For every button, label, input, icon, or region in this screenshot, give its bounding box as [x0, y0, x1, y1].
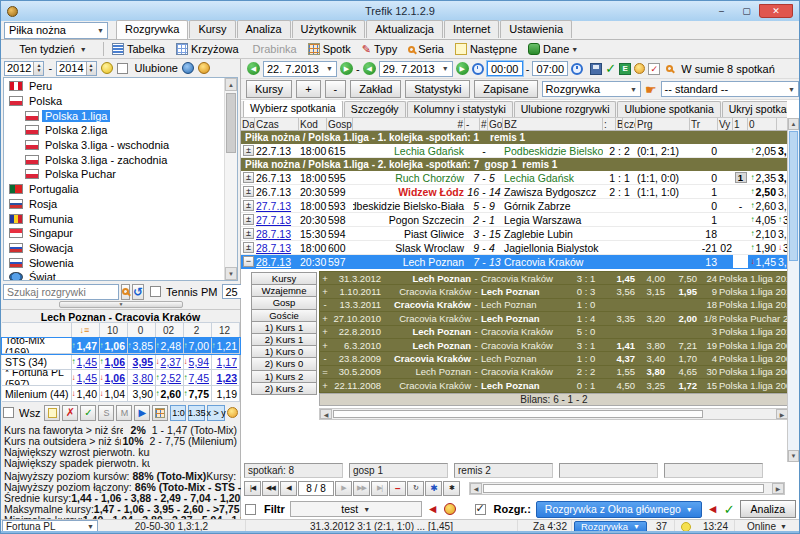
bulb-icon[interactable]	[227, 407, 238, 418]
calendar-check-icon[interactable]: ✓	[648, 63, 660, 75]
pointing-hand-icon[interactable]: ☛	[645, 82, 657, 97]
match-row[interactable]: ±26.7.1318:00595Ruch Chorzów7-5Lechia Gd…	[241, 171, 789, 185]
tab-ustawienia[interactable]: Ustawienia	[500, 20, 572, 38]
bookmaker-label[interactable]: STS (34)	[2, 354, 72, 369]
play-button[interactable]: ▶	[134, 405, 150, 421]
history-row[interactable]: +27.10.2010Cracovia Kraków-Lech Poznan1 …	[320, 312, 788, 325]
scrollbar-thumb[interactable]	[789, 131, 798, 261]
odds-column-12[interactable]: 12	[212, 323, 240, 337]
refresh-button[interactable]: ↻	[407, 481, 424, 496]
first-record-button[interactable]: |◀	[244, 481, 261, 496]
odds-value[interactable]: 3,95	[128, 354, 156, 369]
ratio-button[interactable]: 1:0	[170, 405, 186, 421]
odds-value[interactable]: 1,19	[212, 386, 240, 401]
odds-value[interactable]: ↓1,40	[72, 386, 100, 401]
match-row[interactable]: ±26.7.1320:30599Widzew Łódz16-14Zawisza …	[241, 185, 789, 199]
expand-button[interactable]: ±	[243, 200, 254, 211]
tree-item-polska[interactable]: Polska	[4, 94, 237, 109]
next-page-button[interactable]: ▶▶	[353, 481, 370, 496]
alarm-icon[interactable]	[444, 503, 456, 515]
analiza-button[interactable]: Analiza	[740, 500, 796, 518]
zak-ad-button[interactable]: Zakład	[350, 80, 401, 98]
rozgr-checkbox[interactable]	[475, 504, 486, 515]
match-row[interactable]: ±28.7.1315:30594Piast Gliwice3-15Zaglebi…	[241, 227, 789, 241]
column-header-vy[interactable]: Vy	[718, 118, 733, 130]
spinner-arrows-icon[interactable]: ▲▼	[33, 62, 43, 75]
tree-item-wiat[interactable]: Świat	[4, 270, 237, 281]
close-button[interactable]: ✕	[759, 4, 793, 18]
spotk-button[interactable]: Spotk	[308, 43, 351, 55]
krzy-owa-button[interactable]: Krzyżowa	[176, 43, 239, 55]
history-tab-2-kurs-2[interactable]: 2) Kurs 2	[251, 382, 317, 395]
favorites-checkbox[interactable]	[117, 63, 128, 74]
delete-record-button[interactable]: −	[389, 481, 406, 496]
expand-button[interactable]: ±	[243, 214, 254, 225]
date-to-prev-button[interactable]: ◀	[363, 62, 376, 75]
scrollbar-thumb[interactable]	[226, 93, 236, 153]
next-record-button[interactable]: ▶	[335, 481, 352, 496]
history-row[interactable]: +31.3.2012Lech Poznan-Cracovia Kraków3 :…	[320, 272, 788, 285]
bookmaker-label[interactable]: * Fortuna PL (597)	[2, 370, 72, 385]
time-to-input[interactable]: 07:00	[532, 61, 568, 76]
statystyki-button[interactable]: Statystyki	[405, 80, 470, 98]
search-input[interactable]	[3, 284, 119, 300]
rozgrywka-window-select[interactable]: Rozgrywka z Okna głównego ▼	[536, 501, 702, 518]
odds-value[interactable]: ↑7,75	[184, 386, 212, 401]
scroll-left-icon[interactable]: ◀	[320, 409, 332, 419]
tree-item-singapur[interactable]: Singapur	[4, 226, 237, 241]
tab-kursy[interactable]: Kursy	[189, 20, 235, 38]
scroll-left-icon[interactable]: ◀	[470, 483, 482, 494]
tab-analiza[interactable]: Analiza	[237, 20, 291, 38]
apply-arrow-icon[interactable]: ◄	[707, 502, 719, 516]
history-row[interactable]: =30.5.2009Lech Poznan-Cracovia Kraków2 :…	[320, 366, 788, 379]
history-row[interactable]: +22.8.2010Lech Poznan-Cracovia Kraków5 :…	[320, 326, 788, 339]
filter-preset-select[interactable]: test ▼	[290, 501, 422, 517]
odds-value[interactable]: ↓5,94	[184, 354, 212, 369]
standard-select[interactable]: -- standard -- ▼	[661, 81, 799, 97]
column-header-cz-ci[interactable]: części	[623, 118, 636, 130]
odds-column-2[interactable]: 2	[184, 323, 212, 337]
odds-column-02[interactable]: 02	[156, 323, 184, 337]
expand-button[interactable]: −	[243, 256, 254, 267]
subtab-ukryj-spotkania[interactable]: Ukryj spotkania	[722, 101, 787, 117]
subtab-kolumny-i-statystyki[interactable]: Kolumny i statystyki	[407, 101, 513, 117]
odds-value[interactable]: ↑1,06	[100, 354, 128, 369]
splitter-handle[interactable]: ▼	[59, 301, 183, 308]
odds-value[interactable]: ↓2,37	[156, 354, 184, 369]
odds-value[interactable]: ↑1,47	[72, 338, 100, 353]
column-header-kod[interactable]: Kod	[299, 118, 327, 130]
scrollbar-thumb[interactable]	[483, 484, 764, 493]
tree-item-rosja[interactable]: Rosja	[4, 197, 237, 212]
tree-item-s-owacja[interactable]: Słowacja	[4, 241, 237, 256]
tree-item-s-owenia[interactable]: Słowenia	[4, 255, 237, 270]
history-row[interactable]: -13.3.2011Cracovia Kraków-Lech Poznan1 :…	[320, 299, 788, 312]
history-row[interactable]: +1.10.2011Cracovia Kraków-Lech Poznan0 :…	[320, 285, 788, 298]
navigator-scrollbar[interactable]: ◀ ▶	[469, 482, 785, 495]
apply-check-icon[interactable]: ✓	[605, 62, 616, 75]
bookmaker-select[interactable]: Fortuna PL ▼	[2, 520, 98, 533]
coins-icon[interactable]	[198, 62, 210, 74]
scroll-up-icon[interactable]: ▲	[225, 78, 237, 91]
date-to-select[interactable]: 29. 7.2013 ▼	[379, 61, 453, 77]
delete-button[interactable]: ✗	[62, 405, 78, 421]
match-row[interactable]: −28.7.1320:30597Lech Poznan7-13Cracovia …	[241, 255, 789, 269]
table-vertical-scrollbar[interactable]: ▲ ▼	[787, 118, 799, 462]
globe-icon[interactable]	[182, 62, 194, 74]
tree-item-polska-3-liga-zachodnia[interactable]: Polska 3.liga - zachodnia	[4, 152, 237, 167]
kursy-button[interactable]: Kursy	[246, 80, 292, 98]
column-header-czas[interactable]: Czas	[255, 118, 299, 130]
zapisane-button[interactable]: Zapisane	[474, 80, 537, 98]
match-row[interactable]: ±28.7.1318:00600Slask Wroclaw9-4Jagiello…	[241, 241, 789, 255]
time-from-input[interactable]: 00:00	[487, 61, 523, 76]
clock-icon[interactable]	[472, 63, 484, 75]
odds-column-0[interactable]: 0	[128, 323, 156, 337]
expand-button[interactable]: ±	[243, 228, 254, 239]
scroll-down-icon[interactable]: ▼	[225, 267, 237, 280]
bookmaker-label[interactable]: Toto-Mix (169)	[2, 338, 72, 353]
dane-button[interactable]: Dane▼	[528, 43, 578, 55]
date-from-prev-button[interactable]: ◀	[247, 62, 260, 75]
match-row[interactable]: ±27.7.1318:00593Podbeskidzie Bielsko-Bia…	[241, 199, 789, 213]
save-icon[interactable]	[590, 63, 602, 75]
expand-button[interactable]: ±	[243, 242, 254, 253]
calc-button[interactable]	[152, 405, 168, 421]
